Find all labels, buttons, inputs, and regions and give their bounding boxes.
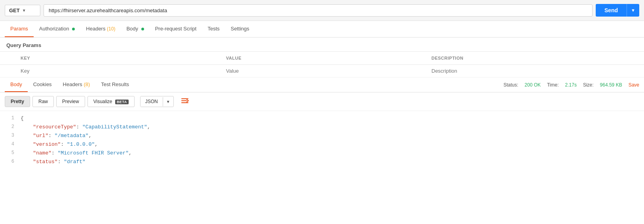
method-chevron: ▼	[22, 8, 26, 13]
json-line-2: 2 "resourceType" : "CapabilityStatement"…	[0, 123, 644, 132]
value-cell[interactable]	[221, 65, 427, 77]
json-line-6: 6 "status" : "draft"	[0, 158, 644, 166]
table-row	[0, 65, 644, 77]
authorization-dot	[72, 28, 75, 30]
beta-badge: BETA	[115, 100, 129, 104]
svg-rect-1	[181, 100, 187, 101]
format-select-group: JSON ▼	[140, 96, 174, 107]
json-line-4: 4 "version" : "1.0.0.0" ,	[0, 140, 644, 149]
method-select[interactable]: GET ▼	[5, 5, 40, 16]
size-label: Size:	[583, 82, 594, 88]
response-tabs-bar: Body Cookies Headers (8) Test Results St…	[0, 77, 644, 92]
params-table-header: KEY VALUE DESCRIPTION	[0, 52, 644, 65]
view-btn-raw[interactable]: Raw	[32, 96, 54, 107]
json-line-3: 3 "url" : "/metadata" ,	[0, 132, 644, 140]
line-num-5: 5	[5, 149, 21, 157]
response-body-bar: Pretty Raw Preview Visualize BETA JSON ▼	[0, 92, 644, 111]
send-dropdown-button[interactable]: ▼	[627, 4, 639, 17]
format-label: JSON	[141, 96, 163, 107]
tab-settings[interactable]: Settings	[225, 21, 255, 37]
response-status-bar: Status: 200 OK Time: 2.17s Size: 964.59 …	[503, 82, 639, 88]
time-value: 2.17s	[565, 82, 577, 88]
col-desc-header: DESCRIPTION	[427, 54, 632, 62]
json-line-5: 5 "name" : "Microsoft FHIR Server" ,	[0, 149, 644, 158]
resp-tab-test-results[interactable]: Test Results	[95, 77, 135, 92]
key-cell[interactable]	[16, 65, 221, 77]
tab-body[interactable]: Body	[121, 21, 149, 37]
key-input[interactable]	[21, 68, 217, 74]
view-btn-pretty[interactable]: Pretty	[5, 96, 30, 107]
tab-params[interactable]: Params	[5, 21, 34, 37]
time-label: Time:	[547, 82, 559, 88]
top-bar: GET ▼ Send ▼	[0, 0, 644, 21]
line-num-1: 1	[5, 114, 21, 122]
tab-tests[interactable]: Tests	[202, 21, 225, 37]
format-chevron[interactable]: ▼	[163, 97, 173, 106]
headers-badge: (10)	[107, 26, 115, 32]
size-value: 964.59 KB	[600, 82, 622, 88]
line-num-3: 3	[5, 132, 21, 139]
status-value: 200 OK	[524, 82, 541, 88]
resp-tab-cookies[interactable]: Cookies	[28, 77, 57, 92]
body-dot	[141, 28, 144, 30]
request-tabs: Params Authorization Headers (10) Body P…	[0, 21, 644, 38]
desc-input[interactable]	[431, 68, 627, 74]
resp-headers-badge: (8)	[84, 81, 90, 87]
col-value-header: VALUE	[221, 54, 427, 62]
col-key-header: KEY	[16, 54, 221, 62]
method-label: GET	[9, 8, 20, 13]
resp-tab-body[interactable]: Body	[5, 77, 28, 92]
svg-rect-0	[181, 98, 188, 99]
url-input[interactable]	[44, 4, 593, 17]
send-button-group: Send ▼	[596, 4, 639, 17]
row-checkbox-cell	[0, 65, 16, 77]
json-line-1: 1 {	[0, 114, 644, 123]
status-label: Status:	[503, 82, 518, 88]
tab-pre-request-script[interactable]: Pre-request Script	[150, 21, 202, 37]
line-num-6: 6	[5, 158, 21, 166]
svg-rect-2	[181, 102, 188, 103]
desc-cell[interactable]	[427, 65, 632, 77]
line-num-4: 4	[5, 140, 21, 148]
wrap-button[interactable]	[178, 96, 193, 107]
line-num-2: 2	[5, 123, 21, 131]
view-btn-preview[interactable]: Preview	[56, 96, 85, 107]
tab-authorization[interactable]: Authorization	[34, 21, 81, 37]
params-table: KEY VALUE DESCRIPTION	[0, 51, 644, 77]
send-button[interactable]: Send	[596, 4, 627, 17]
save-link[interactable]: Save	[629, 82, 639, 88]
json-body: 1 { 2 "resourceType" : "CapabilityStatem…	[0, 111, 644, 170]
value-input[interactable]	[226, 68, 422, 74]
view-btn-visualize[interactable]: Visualize BETA	[87, 96, 135, 107]
resp-tab-headers[interactable]: Headers (8)	[57, 77, 96, 92]
query-params-title: Query Params	[0, 38, 644, 51]
tab-headers[interactable]: Headers (10)	[80, 21, 121, 37]
